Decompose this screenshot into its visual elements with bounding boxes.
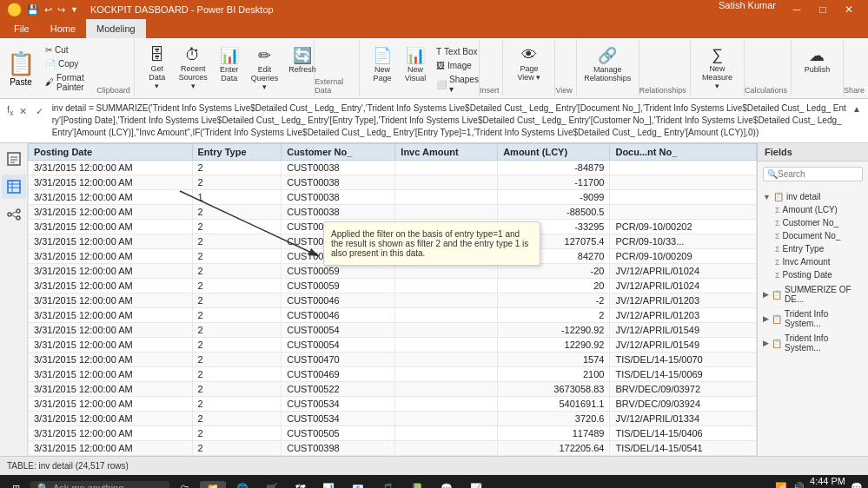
enter-data-button[interactable]: 📊 EnterData (214, 43, 245, 85)
image-button[interactable]: 🖼 Image (433, 59, 482, 72)
task-view-button[interactable]: 🗂 (173, 481, 196, 488)
share-label-bottom: Share (844, 40, 868, 96)
copy-button[interactable]: 📄 Copy (42, 57, 96, 70)
format-painter-button[interactable]: 🖌 Format Painter (42, 71, 96, 94)
notification-area[interactable]: 💬 (851, 482, 863, 488)
tree-item[interactable]: ΣInvc Amount (759, 255, 866, 268)
tab-home[interactable]: Home (40, 19, 86, 38)
table-row[interactable]: 3/31/2015 12:00:00 AM2CUST00523127075.4P… (29, 234, 757, 249)
table-row[interactable]: 3/31/2015 12:00:00 AM1CUST00038-9099 (29, 190, 757, 205)
table-cell: 2 (192, 175, 282, 190)
data-area[interactable]: Posting Date Entry Type Customer No_ Inv… (28, 143, 757, 456)
tree-group-header[interactable]: ▶📋Trident Info System... (759, 307, 866, 330)
maximize-button[interactable]: □ (811, 0, 835, 19)
formula-confirm-btn[interactable]: ✓ (33, 104, 47, 118)
table-row[interactable]: 3/31/2015 12:00:00 AM2CUST000462JV/12/AP… (29, 308, 757, 323)
tab-file[interactable]: File (3, 19, 40, 38)
paste-button[interactable]: 📋 Paste (3, 42, 38, 95)
powerbi-button[interactable]: 📊 (315, 481, 341, 489)
table-row[interactable]: 3/31/2015 12:00:00 AM2CUST00054-12290.92… (29, 323, 757, 338)
table-row[interactable]: 3/31/2015 12:00:00 AM2CUST00325-33295PCR… (29, 220, 757, 234)
maps-button[interactable]: 🗺 (288, 481, 312, 488)
col-posting-date[interactable]: Posting Date (29, 144, 193, 161)
edit-queries-button[interactable]: ✏ EditQueries ▾ (247, 43, 283, 94)
publish-button[interactable]: ☁ Publish (800, 43, 835, 76)
quick-save[interactable]: 💾 (27, 4, 39, 16)
quick-undo[interactable]: ↩ (44, 4, 52, 16)
cut-button[interactable]: ✂ Cut (42, 43, 96, 56)
table-row[interactable]: 3/31/2015 12:00:00 AM2CUST00038-11700 (29, 175, 757, 190)
tree-item[interactable]: ΣAmount (LCY) (759, 203, 866, 216)
cut-icon: ✂ (45, 45, 52, 55)
analytics-button[interactable]: 📈 (463, 481, 489, 489)
report-view-icon[interactable] (2, 147, 26, 171)
table-row[interactable]: 3/31/2015 12:00:00 AM2CUST0005412290.92J… (29, 338, 757, 353)
formula-expand-btn[interactable]: ▲ (852, 102, 861, 114)
formula-text[interactable]: inv detail = SUMMARIZE('Trident Info Sys… (52, 102, 847, 139)
file-explorer-button[interactable]: 📁 (200, 481, 226, 489)
copy-icon: 📄 (45, 59, 56, 69)
new-page-button[interactable]: 📄 NewPage (367, 43, 398, 85)
table-row[interactable]: 3/31/2015 12:00:00 AM2CUST005343720.6JV/… (29, 412, 757, 426)
tree-item[interactable]: ΣEntry Type (759, 242, 866, 255)
recent-sources-button[interactable]: ⏱ RecentSources ▾ (175, 43, 212, 93)
table-cell: JV/12/APRIL/01203 (610, 308, 757, 323)
right-panel: Fields 🔍 ▼📋inv detailΣAmount (LCY)ΣCusto… (757, 143, 868, 456)
table-row[interactable]: 3/31/2015 12:00:00 AM2CUST00398172205.64… (29, 441, 757, 456)
tree-item[interactable]: ΣPosting Date (759, 268, 866, 281)
shapes-button[interactable]: ⬜ Shapes ▾ (433, 73, 482, 96)
quick-dropdown[interactable]: ▼ (70, 5, 78, 14)
tree-chevron-icon: ▼ (763, 193, 771, 201)
table-row[interactable]: 3/31/2015 12:00:00 AM2CUST004692100TIS/D… (29, 367, 757, 382)
tree-item[interactable]: ΣCustomer No_ (759, 216, 866, 229)
table-row[interactable]: 3/31/2015 12:00:00 AM2CUST0050084270PCR/… (29, 249, 757, 264)
mail-button[interactable]: 📧 (345, 481, 371, 489)
tree-item[interactable]: ΣDocument No_ (759, 229, 866, 242)
table-row[interactable]: 3/31/2015 12:00:00 AM2CUST00059-20JV/12/… (29, 264, 757, 279)
tree-group-header[interactable]: ▶📋SUMMERIZE OF DE... (759, 283, 866, 306)
formula-cancel-btn[interactable]: ✕ (17, 104, 30, 118)
store-button[interactable]: 🛒 (259, 481, 285, 489)
table-view-icon[interactable] (2, 175, 26, 199)
clipboard-label: Clipboard (96, 84, 130, 95)
fields-search-box[interactable]: 🔍 (763, 167, 863, 181)
table-cell: -84879 (498, 161, 610, 175)
table-cell: JV/12/APRIL/01549 (610, 323, 757, 338)
table-row[interactable]: 3/31/2015 12:00:00 AM2CUST005223673058.8… (29, 382, 757, 397)
table-row[interactable]: 3/31/2015 12:00:00 AM2CUST00038-88500.5 (29, 205, 757, 220)
text-box-button[interactable]: T Text Box (433, 45, 482, 58)
get-data-button[interactable]: 🗄 GetData ▾ (142, 43, 173, 93)
excel-button[interactable]: 📗 (404, 481, 430, 489)
minimize-button[interactable]: ─ (785, 0, 809, 19)
col-invc-amount[interactable]: Invc Amount (395, 144, 498, 161)
col-entry-type[interactable]: Entry Type (192, 144, 282, 161)
col-amount-lcy[interactable]: Amount (LCY) (498, 144, 610, 161)
table-row[interactable]: 3/31/2015 12:00:00 AM2CUST003987.51JV/12… (29, 456, 757, 457)
close-button[interactable]: ✕ (837, 0, 861, 19)
tree-item-label: Posting Date (783, 270, 832, 280)
tree-group-label: Trident Info System... (785, 333, 863, 353)
tree-group-header[interactable]: ▶📋Trident Info System... (759, 332, 866, 354)
table-row[interactable]: 3/31/2015 12:00:00 AM2CUST00038-84879 (29, 161, 757, 175)
edge-button[interactable]: 🌐 (229, 481, 255, 489)
table-row[interactable]: 3/31/2015 12:00:00 AM2CUST00046-2JV/12/A… (29, 293, 757, 308)
page-view-button[interactable]: 👁 PageView ▾ (513, 43, 545, 84)
col-document-no[interactable]: Docu...nt No_ (610, 144, 757, 161)
skype-button[interactable]: 💬 (434, 481, 460, 489)
tab-modeling[interactable]: Modeling (86, 19, 146, 38)
col-customer-no[interactable]: Customer No_ (282, 144, 395, 161)
new-measure-button[interactable]: ∑ NewMeasure ▾ (698, 43, 737, 93)
fields-search-input[interactable] (778, 169, 868, 179)
relationships-view-icon[interactable] (2, 202, 26, 227)
start-button[interactable]: ⊞ (5, 481, 27, 489)
table-row[interactable]: 3/31/2015 12:00:00 AM2CUST004701574TIS/D… (29, 353, 757, 367)
tree-group-header[interactable]: ▼📋inv detail (759, 190, 866, 203)
search-bar[interactable]: 🔍 Ask me anything (30, 481, 169, 489)
table-row[interactable]: 3/31/2015 12:00:00 AM2CUST005345401691.1… (29, 397, 757, 412)
table-row[interactable]: 3/31/2015 12:00:00 AM2CUST0005920JV/12/A… (29, 279, 757, 293)
quick-redo[interactable]: ↪ (57, 4, 65, 16)
table-row[interactable]: 3/31/2015 12:00:00 AM2CUST00505117489TIS… (29, 426, 757, 441)
manage-relationships-button[interactable]: 🔗 ManageRelationships (580, 43, 635, 85)
new-visual-button[interactable]: 📊 NewVisual (400, 43, 431, 85)
vlc-button[interactable]: 🎵 (374, 481, 401, 489)
